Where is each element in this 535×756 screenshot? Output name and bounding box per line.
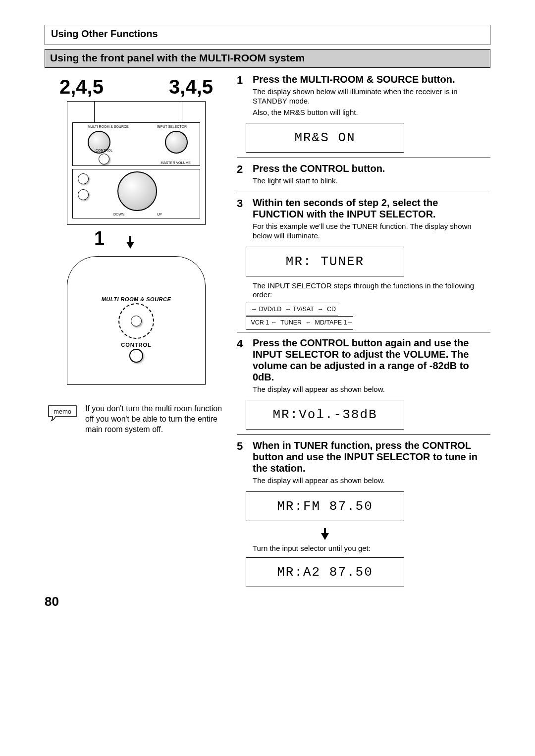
label-master-volume: MASTER VOLUME (160, 161, 191, 164)
label-input-selector: INPUT SELECTOR (157, 125, 187, 128)
step-5: 5 When in TUNER function, press the CONT… (237, 440, 490, 487)
memo-label: memo (54, 408, 71, 415)
content-row: 2,4,5 3,4,5 MULTI ROOM & SOURCE INPUT SE… (45, 74, 490, 592)
control-knob-icon (99, 154, 109, 164)
step-desc: The light will start to blink. (253, 176, 490, 186)
cycle-item: MD/TAPE 1 (315, 319, 347, 326)
callout-1: 1 (94, 228, 105, 249)
label-345: 3,4,5 (169, 76, 213, 98)
tuning-knob-icon (78, 173, 89, 184)
step-4: 4 Press the CONTROL button again and use… (237, 337, 490, 396)
control-knob2-icon (129, 349, 143, 363)
cycle-diagram: → DVD/LD → TV/SAT → CD VCR 1 ← TUNER ← M… (246, 303, 490, 330)
step-num: 4 (237, 337, 248, 396)
cycle-item: TUNER (280, 319, 302, 326)
step-desc: The display will appear as shown below. (253, 476, 490, 486)
leader-line (182, 102, 182, 122)
dashed-ring-icon (118, 303, 154, 339)
memo-row: memo If you don't turn the multi room fu… (45, 404, 228, 434)
label-control-cap: CONTROL (72, 342, 200, 348)
cycle-item: CD (327, 306, 336, 313)
aux-knob-icon (78, 189, 89, 200)
step-desc: Turn the input selector until you get: (253, 544, 490, 553)
step-desc: For this example we'll use the TUNER fun… (253, 222, 490, 241)
input-selector-dial-icon (165, 131, 188, 154)
step-desc: The INPUT SELECTOR steps through the fun… (253, 281, 490, 300)
leader-line (94, 102, 95, 122)
cycle-row-top: → DVD/LD → TV/SAT → CD (246, 303, 338, 316)
closeup-diagram: MULTI ROOM & SOURCE CONTROL (67, 256, 206, 385)
label-up: UP (157, 213, 162, 216)
step-1: 1 Press the MULTI-ROOM & SOURCE button. … (237, 74, 490, 119)
step-desc: Also, the MR&S button will light. (253, 108, 490, 117)
subtitle-text: Using the front panel with the MULTI-ROO… (50, 52, 485, 64)
right-column: 1 Press the MULTI-ROOM & SOURCE button. … (237, 74, 490, 592)
label-mr-source: MULTI ROOM & SOURCE (88, 125, 129, 128)
cycle-row-bottom: VCR 1 ← TUNER ← MD/TAPE 1← (246, 316, 353, 329)
left-column: 2,4,5 3,4,5 MULTI ROOM & SOURCE INPUT SE… (45, 74, 228, 592)
page-frame: Using Other Functions Using the front pa… (45, 25, 490, 609)
arrow-stem (129, 236, 131, 242)
cycle-item: DVD/LD (259, 306, 281, 313)
step-desc: The display will appear as shown below. (253, 385, 490, 394)
lcd-display: MR: TUNER (246, 247, 404, 276)
cycle-item: TV/SAT (293, 306, 314, 313)
label-245: 2,4,5 (59, 76, 104, 98)
step-num: 2 (237, 163, 248, 188)
divider (237, 434, 490, 435)
label-mr-source-cap: MULTI ROOM & SOURCE (72, 296, 200, 302)
step-title: Press the MULTI-ROOM & SOURCE button. (253, 74, 490, 85)
memo-text: If you don't turn the multi room functio… (85, 404, 226, 434)
lcd-display: MR&S ON (246, 123, 404, 153)
lcd-display: MR:A2 87.50 (246, 557, 404, 587)
lcd-display: MR:FM 87.50 (246, 491, 404, 521)
step-title: When in TUNER function, press the CONTRO… (253, 440, 490, 474)
divider (237, 332, 490, 332)
step-2: 2 Press the CONTROL button. The light wi… (237, 163, 490, 188)
divider (237, 158, 490, 158)
divider (237, 192, 490, 192)
step-num: 3 (237, 197, 248, 243)
label-control-small: CONTROL (96, 149, 112, 152)
step-title: Within ten seconds of step 2, select the… (253, 197, 490, 220)
step-desc: The display shown below will illuminate … (253, 87, 490, 106)
down-arrow-icon (126, 242, 134, 249)
subtitle-box: Using the front panel with the MULTI-ROO… (45, 49, 490, 68)
step-num: 1 (237, 74, 248, 119)
step-title: Press the CONTROL button. (253, 163, 490, 174)
step-title: Press the CONTROL button again and use t… (253, 337, 490, 383)
page-number: 80 (45, 594, 490, 609)
front-panel-diagram: MULTI ROOM & SOURCE INPUT SELECTOR CONTR… (67, 101, 206, 225)
lcd-display: MR:Vol.-38dB (246, 400, 404, 430)
cycle-item: VCR 1 (251, 319, 269, 326)
step-num: 5 (237, 440, 248, 487)
down-arrow-icon (321, 528, 329, 540)
memo-badge-icon: memo (47, 404, 78, 426)
center-knob-icon (131, 316, 142, 326)
step-3: 3 Within ten seconds of step 2, select t… (237, 197, 490, 243)
section-title: Using Other Functions (51, 28, 484, 40)
header-box: Using Other Functions (45, 25, 490, 45)
diagram-top-labels: 2,4,5 3,4,5 (45, 76, 228, 101)
label-down: DOWN (113, 213, 124, 216)
master-volume-dial-icon (117, 171, 157, 211)
